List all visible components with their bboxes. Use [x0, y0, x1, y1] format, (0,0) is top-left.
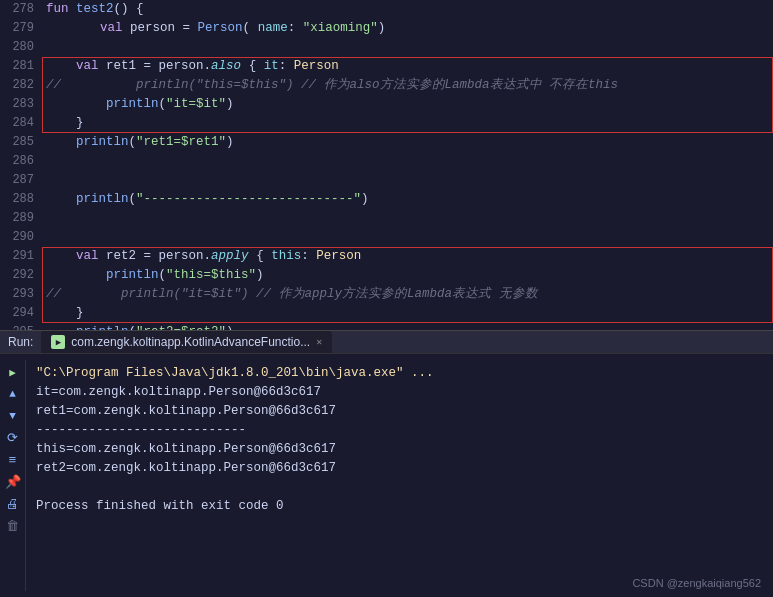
code-line-280 [46, 38, 773, 57]
code-line-287 [46, 171, 773, 190]
console-line-5: this=com.zengk.koltinapp.Person@66d3c617 [36, 440, 763, 459]
console-line-2: it=com.zengk.koltinapp.Person@66d3c617 [36, 383, 763, 402]
code-line-285: println("ret1=$ret1") [46, 133, 773, 152]
code-line-288: println("----------------------------") [46, 190, 773, 209]
console-line-4: ---------------------------- [36, 421, 763, 440]
line-numbers: 278 279 280 281 282 283 284 285 286 287 … [0, 0, 42, 330]
code-line-278: fun test2() { [46, 0, 773, 19]
run-tab-label: com.zengk.koltinapp.KotlinAdvanceFunctio… [71, 335, 310, 349]
console-line-1: "C:\Program Files\Java\jdk1.8.0_201\bin\… [36, 364, 763, 383]
console-wrapper: ▶ ▲ ▼ ⟳ ≡ 📌 🖨 🗑 "C:\Program Files\Java\j… [0, 360, 773, 591]
code-line-282: // println("this=$this") // 作为also方法实参的L… [46, 76, 773, 95]
code-line-281: val ret1 = person.also { it: Person [46, 57, 773, 76]
code-line-292: println("this=$this") [46, 266, 773, 285]
watermark: CSDN @zengkaiqiang562 [632, 577, 761, 589]
console-line-8: Process finished with exit code 0 [36, 497, 763, 516]
pin-button[interactable]: 📌 [5, 474, 21, 490]
code-line-286 [46, 152, 773, 171]
console-line-7 [36, 478, 763, 497]
code-line-294: } [46, 304, 773, 323]
run-bar: Run: ▶ com.zengk.koltinapp.KotlinAdvance… [0, 330, 773, 354]
rerun-button[interactable]: ⟳ [5, 430, 21, 446]
console-panel: ▶ ▲ ▼ ⟳ ≡ 📌 🖨 🗑 "C:\Program Files\Java\j… [0, 354, 773, 597]
run-tab-icon: ▶ [51, 335, 65, 349]
clear-button[interactable]: 🗑 [5, 518, 21, 534]
code-line-289 [46, 209, 773, 228]
code-editor: 278 279 280 281 282 283 284 285 286 287 … [0, 0, 773, 330]
console-sidebar: ▶ ▲ ▼ ⟳ ≡ 📌 🖨 🗑 [0, 360, 26, 591]
align-button[interactable]: ≡ [5, 452, 21, 468]
down-button[interactable]: ▼ [5, 408, 21, 424]
run-label: Run: [8, 335, 33, 349]
code-line-290 [46, 228, 773, 247]
close-tab-icon[interactable]: ✕ [316, 336, 322, 348]
code-line-279: val person = Person( name: "xiaoming") [46, 19, 773, 38]
print-button[interactable]: 🖨 [5, 496, 21, 512]
app-window: 278 279 280 281 282 283 284 285 286 287 … [0, 0, 773, 597]
code-line-295: println("ret2=$ret2") [46, 323, 773, 330]
code-line-284: } [46, 114, 773, 133]
run-tab[interactable]: ▶ com.zengk.koltinapp.KotlinAdvanceFunct… [41, 331, 332, 353]
code-line-293: // println("it=$it") // 作为apply方法实参的Lamb… [46, 285, 773, 304]
code-line-291: val ret2 = person.apply { this: Person [46, 247, 773, 266]
up-button[interactable]: ▲ [5, 386, 21, 402]
code-lines: fun test2() { val person = Person( name:… [42, 0, 773, 330]
console-output: "C:\Program Files\Java\jdk1.8.0_201\bin\… [26, 360, 773, 591]
code-line-283: println("it=$it") [46, 95, 773, 114]
console-line-3: ret1=com.zengk.koltinapp.Person@66d3c617 [36, 402, 763, 421]
console-line-6: ret2=com.zengk.koltinapp.Person@66d3c617 [36, 459, 763, 478]
run-button[interactable]: ▶ [5, 364, 21, 380]
